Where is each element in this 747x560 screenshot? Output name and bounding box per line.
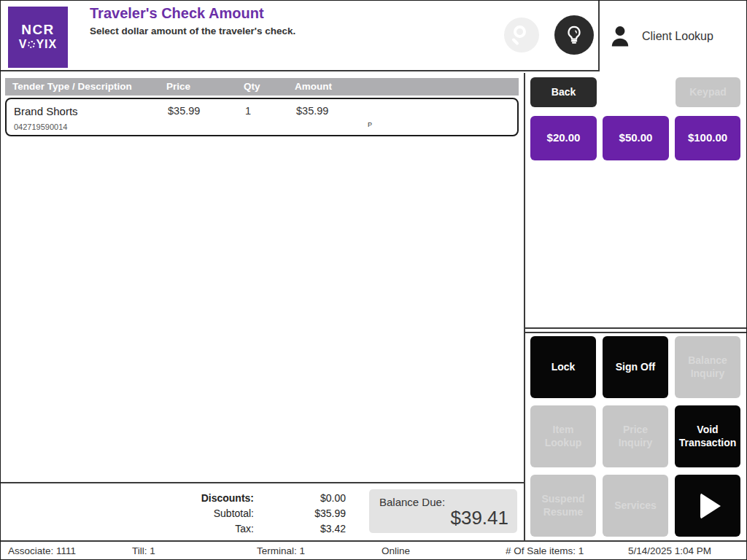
balance-due-amount: $39.41 [450, 507, 508, 529]
back-button[interactable]: Back [530, 77, 597, 107]
tax-value: $3.42 [254, 523, 346, 534]
services-button[interactable]: Services [603, 475, 668, 537]
logo-dotted-o [28, 41, 35, 48]
discounts-value: $0.00 [254, 492, 346, 504]
price-inquiry-button[interactable]: Price Inquiry [603, 405, 668, 467]
action-grid-panel: Lock Sign Off Balance Inquiry Item Looku… [525, 332, 747, 540]
status-sale-items: # Of Sale items: 1 [506, 545, 584, 556]
item-qty: 1 [245, 105, 251, 117]
lock-button[interactable]: Lock [530, 336, 596, 398]
status-associate: Associate: 1111 [8, 545, 76, 556]
transaction-list-panel: Tender Type / Description Price Qty Amou… [1, 73, 525, 540]
subtotal-row: Subtotal: $35.99 [1, 508, 351, 519]
amount-20-button[interactable]: $20.00 [530, 116, 597, 160]
sign-off-button[interactable]: Sign Off [603, 336, 668, 398]
table-row[interactable]: Brand Shorts 042719590014 $35.99 1 $35.9… [5, 98, 519, 136]
discounts-row: Discounts: $0.00 [1, 492, 351, 504]
client-lookup-label: Client Lookup [642, 30, 713, 43]
status-terminal: Terminal: 1 [257, 545, 305, 556]
amount-50-button[interactable]: $50.00 [603, 116, 669, 160]
column-qty: Qty [244, 81, 260, 92]
balance-due-label: Balance Due: [379, 496, 445, 508]
suspend-resume-button[interactable]: Suspend Resume [530, 475, 596, 537]
status-datetime: 5/14/2025 1:04 PM [628, 545, 711, 556]
keypad-button[interactable]: Keypad [676, 77, 740, 107]
header: NCR VYIX Traveler's Check Amount Select … [1, 1, 747, 71]
logo-line2: VYIX [19, 37, 57, 51]
status-bar: Associate: 1111 Till: 1 Terminal: 1 Onli… [1, 540, 747, 560]
item-description: Brand Shorts [14, 105, 78, 117]
subtotal-label: Subtotal: [1, 508, 254, 519]
page-subtitle: Select dollar amount of the traveler's c… [90, 26, 295, 36]
totals-section: Discounts: $0.00 Subtotal: $35.99 Tax: $… [1, 482, 524, 540]
discounts-label: Discounts: [1, 492, 254, 504]
help-button[interactable] [554, 15, 594, 55]
column-price: Price [166, 81, 190, 92]
column-description: Tender Type / Description [12, 81, 132, 92]
tax-label: Tax: [1, 523, 254, 534]
search-icon [514, 26, 526, 38]
ncr-voyix-logo: NCR VYIX [8, 7, 68, 68]
status-connection: Online [382, 545, 410, 556]
tender-amount-panel: Back Keypad $20.00 $50.00 $100.00 [525, 73, 747, 329]
subtotal-value: $35.99 [254, 508, 346, 519]
logo-line1: NCR [21, 23, 55, 37]
item-sku: 042719590014 [14, 122, 67, 131]
search-button[interactable] [504, 18, 539, 52]
item-price: $35.99 [168, 105, 200, 117]
lightbulb-icon [563, 24, 585, 46]
amount-100-button[interactable]: $100.00 [675, 116, 740, 160]
status-till: Till: 1 [132, 545, 155, 556]
balance-due-box: Balance Due: $39.41 [369, 489, 517, 533]
play-icon [700, 493, 721, 519]
item-lookup-button[interactable]: Item Lookup [530, 405, 596, 467]
pos-window: NCR VYIX Traveler's Check Amount Select … [0, 0, 747, 560]
continue-button[interactable] [675, 475, 740, 537]
column-amount: Amount [295, 81, 332, 92]
client-lookup-button[interactable]: Client Lookup [598, 1, 747, 71]
person-icon [607, 23, 633, 50]
balance-inquiry-button[interactable]: Balance Inquiry [675, 336, 740, 398]
void-transaction-button[interactable]: Void Transaction [675, 405, 740, 467]
table-header: Tender Type / Description Price Qty Amou… [5, 78, 519, 96]
item-flag: P [368, 121, 372, 128]
page-title: Traveler's Check Amount [90, 5, 264, 22]
tax-row: Tax: $3.42 [1, 523, 351, 534]
item-amount: $35.99 [296, 105, 328, 117]
search-icon-handle [511, 38, 519, 46]
